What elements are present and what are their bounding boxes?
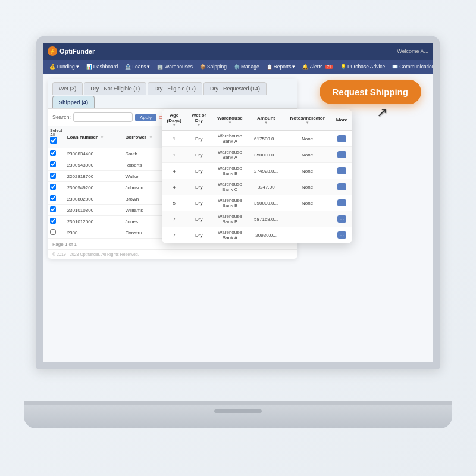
age-cell: 1 [162, 147, 186, 163]
purchase-icon: 💡 [340, 64, 346, 70]
more-button[interactable]: ··· [337, 199, 347, 206]
row-checkbox[interactable] [50, 218, 56, 224]
row-checkbox[interactable] [50, 150, 56, 156]
notes-cell: None [284, 163, 331, 179]
menu-item-comms[interactable]: ✉️ Communications [389, 62, 433, 71]
wet-dry-cell: Dry [186, 227, 211, 243]
popup-table-row: 1 Dry WarehouseBank A 617500.0... None ·… [162, 130, 352, 147]
screen-content: ⚡ OptiFunder Welcome A... 💰 Funding▾ 📊 D… [43, 43, 433, 362]
menu-item-purchase[interactable]: 💡 Purchase Advice [337, 62, 388, 71]
popup-table-card: Age(Days)▼ Wet orDry▼ Warehouse▼ Amount▼ [162, 109, 352, 243]
more-button[interactable]: ··· [337, 231, 347, 239]
wet-dry-cell: Dry [186, 179, 211, 195]
tab-dry-eligible[interactable]: Dry - Eligible (17) [148, 82, 202, 95]
amount-cell: 8247.00 [249, 179, 284, 195]
more-button[interactable]: ··· [337, 167, 347, 174]
menu-item-manage[interactable]: ⚙️ Manage [231, 62, 262, 71]
row-checkbox[interactable] [50, 195, 56, 201]
notes-cell: None [284, 195, 331, 211]
alerts-icon: 🔔 [302, 64, 308, 70]
popup-table: Age(Days)▼ Wet orDry▼ Warehouse▼ Amount▼ [162, 109, 352, 243]
popup-table-row: 4 Dry WarehouseBank B 274928.0... None ·… [162, 163, 352, 179]
wet-dry-cell: Dry [186, 130, 211, 147]
popup-col-wet-dry[interactable]: Wet orDry▼ [186, 109, 211, 130]
age-cell: 7 [162, 227, 186, 243]
menu-item-alerts[interactable]: 🔔 Alerts 71 [299, 62, 336, 71]
row-checkbox[interactable] [50, 206, 56, 212]
menu-item-shipping[interactable]: 📦 Shipping [197, 62, 230, 71]
tabs-row: Wet (3) Dry - Not Elligible (1) Dry - El… [48, 79, 298, 109]
popup-col-age[interactable]: Age(Days)▼ [162, 109, 186, 130]
age-cell: 5 [162, 195, 186, 211]
notes-cell: None [284, 147, 331, 163]
more-button[interactable]: ··· [337, 135, 347, 142]
popup-table-row: 7 Dry WarehouseBank A 20930.0... ··· [162, 227, 352, 243]
amount-cell: 587168.0... [249, 211, 284, 227]
logo-icon: ⚡ [48, 46, 57, 56]
shipping-icon: 📦 [200, 64, 206, 70]
menu-item-reports[interactable]: 📋 Reports▾ [264, 62, 299, 71]
menu-item-funding[interactable]: 💰 Funding▾ [46, 62, 82, 71]
age-cell: 4 [162, 163, 186, 179]
loan-number-cell: 2300943000 [65, 159, 123, 171]
row-checkbox[interactable] [50, 229, 56, 235]
borrower-cell: Johnson [123, 182, 168, 193]
row-checkbox[interactable] [50, 173, 56, 178]
select-all-header: SelectAll [48, 126, 65, 148]
menu-item-warehouses[interactable]: 🏢 Warehouses [154, 62, 195, 71]
more-button[interactable]: ··· [337, 215, 347, 223]
menu-bar: 💰 Funding▾ 📊 Dashboard 🏦 Loans▾ 🏢 Wareho… [43, 60, 433, 74]
menu-item-loans[interactable]: 🏦 Loans▾ [122, 62, 153, 71]
borrower-cell: Jones [123, 216, 168, 227]
search-input[interactable] [73, 112, 133, 122]
popup-col-notes[interactable]: Notes/Indicator▼ [284, 109, 331, 130]
row-checkbox[interactable] [50, 161, 56, 167]
more-button[interactable]: ··· [337, 183, 347, 190]
menu-item-dashboard[interactable]: 📊 Dashboard [83, 62, 121, 71]
reports-icon: 📋 [267, 64, 273, 70]
wet-dry-cell: Dry [186, 147, 211, 163]
warehouse-cell: WarehouseBank A [211, 130, 248, 147]
more-button[interactable]: ··· [337, 151, 347, 158]
apply-button[interactable]: Apply [135, 114, 156, 121]
top-nav-bar: ⚡ OptiFunder Welcome A... [43, 43, 433, 60]
row-checkbox[interactable] [50, 184, 56, 190]
tab-dry-not-eligible[interactable]: Dry - Not Elligible (1) [84, 82, 146, 95]
amount-cell: 390000.0... [249, 195, 284, 211]
comms-icon: ✉️ [392, 64, 398, 70]
warehouse-cell: WarehouseBank A [211, 227, 248, 243]
col-loan-number[interactable]: Loan Number ▼ [65, 126, 123, 148]
borrower-cell: Constru... [123, 227, 168, 239]
wet-dry-cell: Dry [186, 163, 211, 179]
col-borrower[interactable]: Borrower ▼ [123, 126, 168, 148]
footer-text: © 2019 - 2023 Optifunder. All Rights Res… [48, 249, 298, 259]
tab-wet[interactable]: Wet (3) [52, 82, 83, 95]
popup-table-row: 4 Dry WarehouseBank C 8247.00 None ··· [162, 179, 352, 195]
select-all-checkbox[interactable] [50, 137, 57, 144]
loan-number-cell: 2300949200 [65, 182, 123, 193]
notes-cell [284, 211, 331, 227]
wet-dry-cell: Dry [186, 211, 211, 227]
age-cell: 4 [162, 179, 186, 195]
tab-shipped[interactable]: Shipped (4) [52, 96, 95, 108]
popup-col-warehouse[interactable]: Warehouse▼ [211, 109, 248, 130]
request-shipping-button[interactable]: Request Shipping [320, 80, 422, 104]
borrower-cell: Smith [123, 148, 168, 159]
loans-icon: 🏦 [125, 64, 131, 70]
age-cell: 1 [162, 130, 186, 147]
loan-number-cell: 2301012500 [65, 216, 123, 227]
loan-number-cell: 2300834400 [65, 148, 123, 159]
borrower-cell: Roberts [123, 159, 168, 171]
borrower-cell: Walker [123, 171, 168, 182]
warehouse-cell: WarehouseBank A [211, 147, 248, 163]
loan-number-cell: 2301010800 [65, 205, 123, 216]
popup-col-more: More [331, 109, 352, 130]
loan-number-cell: 2300802800 [65, 193, 123, 205]
popup-col-amount[interactable]: Amount▼ [249, 109, 284, 130]
popup-table-row: 7 Dry WarehouseBank B 587168.0... ··· [162, 211, 352, 227]
borrower-cell: Brown [123, 193, 168, 205]
tab-dry-requested[interactable]: Dry - Requested (14) [203, 82, 267, 95]
warehouse-cell: WarehouseBank C [211, 179, 248, 195]
alerts-badge: 71 [325, 65, 333, 69]
amount-cell: 350000.0... [249, 147, 284, 163]
